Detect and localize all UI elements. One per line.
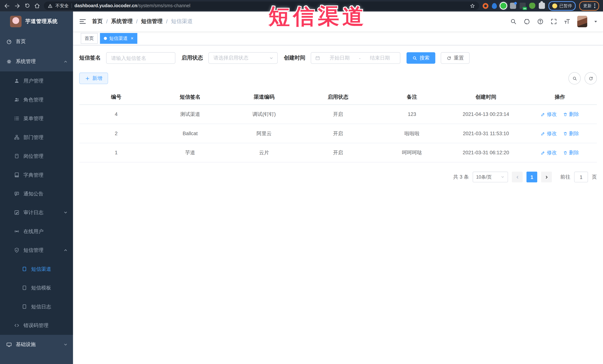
browser-reload-icon[interactable] — [24, 2, 30, 9]
goto-page-input[interactable] — [574, 172, 588, 182]
sidebar-item-audit-log[interactable]: 审计日志 — [0, 203, 73, 222]
breadcrumb-item[interactable]: 短信管理 — [141, 18, 162, 25]
sidebar-item-sms-channel[interactable]: 短信渠道 — [0, 260, 73, 278]
cell-remark: 啦啦啦 — [375, 124, 449, 143]
sidebar-item-label: 首页 — [16, 38, 26, 45]
sidebar-item-label: 基础设施 — [16, 341, 36, 348]
next-page-button[interactable] — [541, 172, 552, 182]
page-number-current[interactable]: 1 — [527, 172, 537, 182]
browser-update-button[interactable]: 更新 — [579, 1, 599, 11]
github-icon[interactable] — [523, 18, 530, 25]
sign-input[interactable] — [106, 52, 175, 64]
pencil-icon — [541, 112, 545, 117]
breadcrumb: 首页 / 系统管理 / 短信管理 / 短信渠道 — [92, 18, 192, 25]
tab-close-icon[interactable]: × — [131, 36, 134, 41]
delete-link[interactable]: 删除 — [563, 111, 579, 118]
browser-back-icon[interactable] — [4, 2, 10, 9]
cell-created: 2021-04-13 00:23:14 — [449, 105, 523, 124]
extension-icon-blue-drop[interactable] — [492, 3, 497, 9]
chevron-up-icon — [63, 59, 68, 64]
chevron-down-icon — [501, 175, 505, 179]
tab-label: 短信渠道 — [109, 35, 128, 42]
sidebar-item-user-management[interactable]: 用户管理 — [0, 71, 73, 90]
delete-link[interactable]: 删除 — [563, 149, 579, 156]
security-label[interactable]: 不安全 — [55, 3, 69, 9]
add-button[interactable]: 新增 — [79, 73, 108, 84]
user-icon — [14, 78, 20, 84]
status-select[interactable]: 请选择启用状态 — [209, 52, 278, 64]
url-text[interactable]: dashboard.yudao.iocoder.cn/system/sms/sm… — [74, 3, 190, 9]
sidebar-item-error-code[interactable]: 错误码管理 — [0, 316, 73, 335]
sidebar-item-sms-management[interactable]: 短信管理 — [0, 241, 73, 259]
extension-icon-creature[interactable] — [529, 3, 535, 9]
help-icon[interactable] — [537, 18, 544, 25]
font-size-icon[interactable] — [564, 18, 571, 25]
tab-sms-channel[interactable]: 短信渠道 × — [100, 33, 137, 44]
trash-icon — [563, 150, 568, 155]
search-icon[interactable] — [510, 18, 517, 25]
cell-code: 阿里云 — [227, 124, 301, 143]
bookmark-star-icon[interactable] — [470, 3, 475, 9]
hamburger-icon[interactable] — [79, 18, 86, 25]
cell-sign: Ballcat — [153, 124, 227, 143]
search-button[interactable]: 搜索 — [406, 52, 435, 64]
extension-icon-green[interactable] — [500, 3, 507, 9]
menu-list-icon — [14, 116, 20, 121]
toggle-search-button[interactable] — [568, 72, 581, 84]
refresh-table-button[interactable] — [585, 72, 597, 84]
status-label: 启用状态 — [182, 55, 203, 61]
extension-icon-orange[interactable] — [483, 3, 488, 9]
edit-link[interactable]: 修改 — [541, 111, 557, 118]
page-size-select[interactable]: 10条/页 — [473, 172, 508, 182]
pagination: 共 3 条 10条/页 1 前往 — [79, 172, 597, 182]
address-bar[interactable]: 不安全 dashboard.yudao.iocoder.cn/system/sm… — [44, 1, 479, 10]
date-range-picker[interactable]: 开始日期 - 结束日期 — [311, 52, 400, 64]
sidebar-item-online-users[interactable]: 在线用户 — [0, 222, 73, 241]
app-title: 芋道管理系统 — [25, 18, 58, 25]
user-avatar[interactable] — [577, 16, 587, 27]
emoji-avatar-icon — [552, 3, 557, 8]
dashboard-icon — [6, 39, 12, 44]
browser-forward-icon[interactable] — [14, 2, 20, 9]
browser-home-icon[interactable] — [34, 2, 40, 9]
reset-button[interactable]: 重置 — [441, 52, 470, 64]
fullscreen-icon[interactable] — [550, 18, 557, 25]
app-frame: 芋道管理系统 首页 系统管理 — [0, 11, 603, 364]
sidebar-item-notice[interactable]: 通知公告 — [0, 184, 73, 203]
edit-link[interactable]: 修改 — [541, 149, 557, 156]
sidebar-item-role-management[interactable]: 角色管理 — [0, 90, 73, 109]
sidebar-item-menu-management[interactable]: 菜单管理 — [0, 109, 73, 128]
extension-icon-on-badge[interactable]: on — [520, 3, 526, 9]
not-secure-warning-icon[interactable] — [48, 3, 53, 8]
monitor-icon — [6, 342, 12, 347]
browser-menu-icon[interactable] — [594, 3, 595, 8]
main-area: 首页 / 系统管理 / 短信管理 / 短信渠道 — [73, 11, 603, 364]
tab-home[interactable]: 首页 — [81, 33, 98, 44]
breadcrumb-item[interactable]: 系统管理 — [111, 18, 133, 25]
caret-down-icon[interactable] — [594, 20, 598, 23]
sidebar-item-dept-management[interactable]: 部门管理 — [0, 128, 73, 147]
prev-page-button[interactable] — [512, 172, 523, 182]
badge-icon — [14, 153, 20, 159]
sidebar-item-post-management[interactable]: 岗位管理 — [0, 147, 73, 165]
sidebar-item-system-management[interactable]: 系统管理 — [0, 51, 73, 71]
sidebar-item-sms-log[interactable]: 短信日志 — [0, 297, 73, 316]
cell-remark: 123 — [375, 105, 449, 124]
extension-icon-people[interactable] — [510, 3, 516, 9]
delete-link[interactable]: 删除 — [563, 130, 579, 137]
edit-link[interactable]: 修改 — [541, 130, 557, 137]
sidebar-item-infrastructure[interactable]: 基础设施 — [0, 335, 73, 354]
code-icon — [14, 322, 20, 328]
col-code: 渠道编码 — [227, 90, 301, 105]
on-badge: on — [523, 7, 527, 10]
sidebar-item-home[interactable]: 首页 — [0, 32, 73, 52]
extensions-puzzle-icon[interactable] — [539, 3, 545, 9]
sidebar-item-dict-management[interactable]: 字典管理 — [0, 165, 73, 184]
breadcrumb-item-current: 短信渠道 — [171, 18, 192, 25]
breadcrumb-item[interactable]: 首页 — [92, 18, 103, 25]
breadcrumb-separator: / — [106, 18, 108, 24]
sidebar-item-sms-template[interactable]: 短信模板 — [0, 278, 73, 297]
cell-id: 2 — [79, 124, 153, 143]
profile-chip[interactable]: 已暂停 — [549, 1, 576, 11]
app-logo-row[interactable]: 芋道管理系统 — [0, 11, 73, 32]
